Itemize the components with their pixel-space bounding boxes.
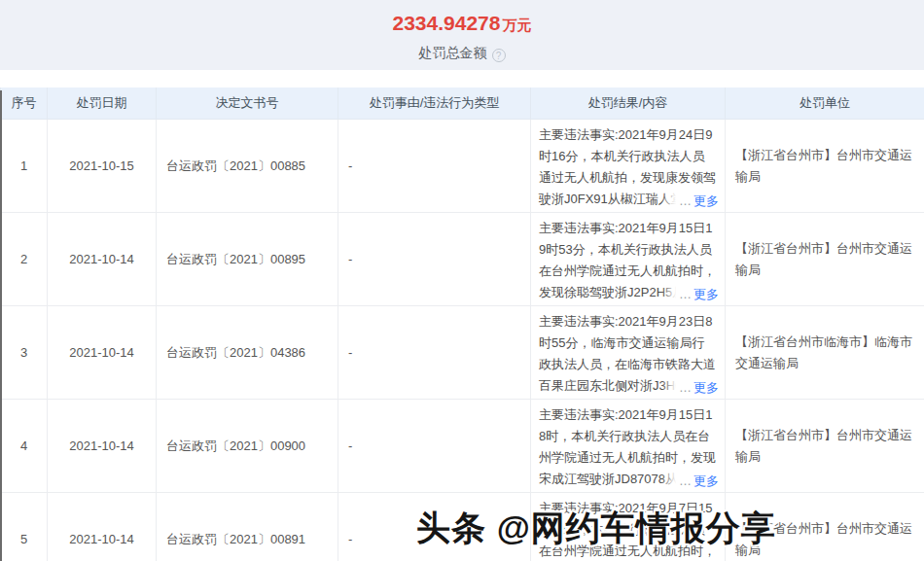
col-header-unit: 处罚单位 [726,88,924,120]
cell-result: 主要违法事实:2021年9月15日18时，本机关行政执法人员在台州学院通过无人机… [531,400,726,493]
cell-unit: 【浙江省台州市】台州市交通运输局 [726,400,924,493]
cell-date: 2021-10-14 [48,493,157,561]
cell-reason: - [338,493,531,561]
col-header-result: 处罚结果/内容 [531,88,726,120]
cell-date: 2021-10-14 [48,213,157,306]
more-link[interactable]: 更多 [693,193,719,208]
table-row: 1 2021-10-15 台运政罚〔2021〕00885 - 主要违法事实:20… [1,120,924,213]
result-text: 主要违法事实:2021年9月7日15时32分，本机关行政执法人员在台州学院通过无… [539,501,716,561]
col-header-seq: 序号 [1,88,48,120]
cell-seq: 5 [1,493,48,561]
cell-seq: 4 [1,400,48,493]
cell-reason: - [338,306,531,400]
col-header-doc-no: 决定文书号 [157,88,338,120]
table-left-edge-line [0,90,2,561]
penalty-table: 序号 处罚日期 决定文书号 处罚事由/违法行为类型 处罚结果/内容 处罚单位 1… [0,88,924,561]
table-header-row: 序号 处罚日期 决定文书号 处罚事由/违法行为类型 处罚结果/内容 处罚单位 [1,88,924,120]
cell-reason: - [338,120,531,213]
result-text-clip: 主要违法事实:2021年9月24日9时16分，本机关行政执法人员通过无人机航拍，… [531,120,725,212]
more-wrap: …更多 [661,471,719,492]
col-header-reason: 处罚事由/违法行为类型 [338,88,531,120]
truncation-ellipsis: … [679,193,692,208]
penalty-records-screen: 2334.94278万元 处罚总金额? 序号 处罚日期 决定文书号 处罚事由/违… [0,0,924,561]
cell-doc-no: 台运政罚〔2021〕00895 [157,213,338,306]
cell-unit: 【浙江省台州市】台州市交通运输局 [726,213,924,306]
cell-unit: 【浙江省台州市】台州市交通运输局 [726,493,924,561]
cell-result: 主要违法事实:2021年9月15日19时53分，本机关行政执法人员在台州学院通过… [531,213,726,306]
table-row: 3 2021-10-14 台运政罚〔2021〕04386 - 主要违法事实:20… [1,306,924,400]
cell-unit: 【浙江省台州市临海市】临海市交通运输局 [726,306,924,400]
table-row: 5 2021-10-14 台运政罚〔2021〕00891 - 主要违法事实:20… [1,493,924,561]
table-row: 2 2021-10-14 台运政罚〔2021〕00895 - 主要违法事实:20… [1,213,924,306]
result-text-clip: 主要违法事实:2021年9月15日18时，本机关行政执法人员在台州学院通过无人机… [531,400,725,492]
truncation-ellipsis: … [679,473,692,488]
result-text-clip: 主要违法事实:2021年9月15日19时53分，本机关行政执法人员在台州学院通过… [531,213,725,305]
more-wrap: …更多 [661,377,719,399]
cell-date: 2021-10-14 [48,400,157,493]
result-text-clip: 主要违法事实:2021年9月7日15时32分，本机关行政执法人员在台州学院通过无… [531,493,725,561]
penalty-total-amount-value: 2334.94278 [393,12,501,34]
cell-reason: - [338,213,531,306]
info-icon[interactable]: ? [492,49,506,62]
more-link[interactable]: 更多 [693,287,719,301]
cell-result: 主要违法事实:2021年9月24日9时16分，本机关行政执法人员通过无人机航拍，… [531,120,726,213]
truncation-ellipsis: … [679,380,692,395]
table-row: 4 2021-10-14 台运政罚〔2021〕00900 - 主要违法事实:20… [1,400,924,493]
cell-reason: - [338,400,531,493]
cell-unit: 【浙江省台州市】台州市交通运输局 [726,120,924,213]
penalty-total-label: 处罚总金额 [419,45,487,60]
cell-result: 主要违法事实:2021年9月7日15时32分，本机关行政执法人员在台州学院通过无… [531,493,726,561]
cell-doc-no: 台运政罚〔2021〕00885 [157,120,338,213]
cell-doc-no: 台运政罚〔2021〕04386 [157,306,338,400]
cell-date: 2021-10-14 [48,306,157,400]
penalty-total-amount: 2334.94278万元 [0,0,924,37]
cell-doc-no: 台运政罚〔2021〕00900 [157,400,338,493]
penalty-total-amount-unit: 万元 [502,17,531,33]
cell-result: 主要违法事实:2021年9月23日8时55分，临海市交通运输局行政执法人员，在临… [531,306,726,400]
more-link[interactable]: 更多 [693,380,719,395]
col-header-date: 处罚日期 [48,88,157,120]
cell-seq: 2 [1,213,48,306]
cell-date: 2021-10-15 [48,120,157,213]
penalty-total-label-row: 处罚总金额? [0,44,924,62]
cell-doc-no: 台运政罚〔2021〕00891 [157,493,338,561]
more-wrap: …更多 [661,284,719,305]
result-text-clip: 主要违法事实:2021年9月23日8时55分，临海市交通运输局行政执法人员，在临… [531,306,725,399]
cell-seq: 1 [1,120,48,213]
more-wrap: …更多 [661,191,719,212]
penalty-summary-panel: 2334.94278万元 处罚总金额? [0,0,924,70]
truncation-ellipsis: … [679,287,692,301]
cell-seq: 3 [1,306,48,400]
more-link[interactable]: 更多 [693,473,719,488]
